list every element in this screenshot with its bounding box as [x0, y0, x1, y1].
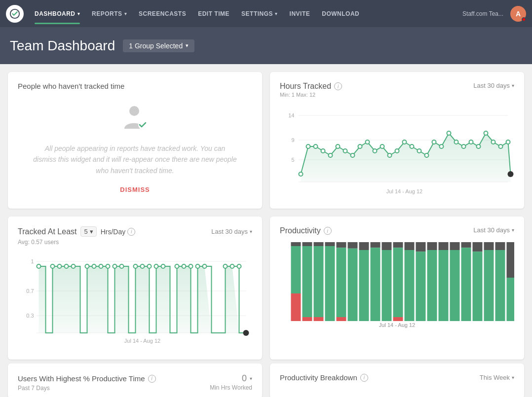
svg-text:Jul 14 - Aug 12: Jul 14 - Aug 12: [124, 338, 160, 344]
sub-label: Past 7 Days: [18, 385, 50, 392]
svg-point-58: [106, 264, 110, 268]
widget-title: Productivity: [280, 226, 321, 235]
svg-rect-86: [325, 246, 335, 321]
svg-point-21: [373, 149, 377, 153]
svg-rect-109: [416, 242, 426, 252]
svg-rect-128: [484, 250, 494, 321]
dismiss-button[interactable]: DISMISS: [120, 186, 150, 193]
svg-point-64: [154, 264, 158, 268]
svg-point-63: [148, 264, 152, 268]
group-selector[interactable]: 1 Group Selected ▾: [123, 39, 194, 52]
svg-rect-94: [359, 242, 369, 250]
svg-rect-127: [484, 242, 494, 250]
svg-point-56: [92, 264, 96, 268]
svg-rect-107: [405, 250, 415, 321]
widget-header: Tracked At Least 5 ▾ Hrs/Day i Last 30 d…: [18, 226, 252, 237]
svg-point-67: [182, 264, 186, 268]
svg-rect-84: [314, 317, 324, 321]
svg-rect-76: [291, 242, 301, 246]
svg-rect-106: [405, 242, 415, 250]
svg-point-61: [134, 264, 138, 268]
svg-rect-81: [303, 317, 312, 321]
svg-point-24: [395, 149, 399, 153]
nav-invite[interactable]: INVITE: [285, 7, 315, 20]
svg-point-13: [314, 144, 318, 148]
svg-point-20: [366, 140, 370, 144]
nav-download[interactable]: DOWNLOAD: [317, 7, 364, 20]
svg-point-71: [224, 264, 228, 268]
date-range-selector[interactable]: This Week ▾: [480, 374, 514, 381]
svg-point-17: [343, 149, 347, 153]
svg-rect-89: [337, 248, 346, 317]
svg-rect-130: [495, 242, 505, 250]
svg-rect-90: [337, 317, 346, 321]
tracked-at-least-widget: Tracked At Least 5 ▾ Hrs/Day i Last 30 d…: [8, 217, 262, 360]
svg-rect-131: [495, 250, 505, 321]
chevron-down-icon[interactable]: ▾: [250, 376, 252, 381]
info-icon[interactable]: i: [127, 228, 135, 236]
svg-point-25: [403, 140, 407, 144]
org-name: Staff.com Tea...: [462, 10, 503, 17]
date-range-selector[interactable]: Last 30 days ▾: [473, 82, 514, 89]
svg-rect-125: [473, 252, 483, 321]
nav-dashboard[interactable]: DASHBOARD ▾: [30, 7, 85, 20]
svg-point-28: [425, 153, 429, 157]
productivity-chart: Jul 14 - Aug 12 Jul 14 - Aug 12: [280, 237, 514, 328]
svg-point-54: [72, 264, 76, 268]
svg-point-35: [477, 144, 481, 148]
page-title: Team Dashboard: [10, 38, 115, 54]
svg-point-32: [455, 140, 458, 144]
svg-rect-92: [348, 249, 358, 321]
widget-header: Productivity i Last 30 days ▾: [280, 226, 514, 235]
svg-point-31: [447, 131, 451, 135]
count-badge: 0: [242, 373, 247, 384]
threshold-selector[interactable]: 5 ▾: [80, 226, 96, 237]
widget-title: People who haven't tracked time: [18, 82, 252, 90]
chevron-down-icon: ▾: [512, 83, 514, 88]
info-icon[interactable]: i: [334, 82, 342, 90]
svg-point-18: [351, 153, 355, 157]
svg-point-23: [388, 153, 392, 157]
svg-point-50: [37, 264, 41, 268]
svg-point-59: [113, 264, 117, 268]
widget-title: Users With Highest % Productive Time: [18, 374, 145, 383]
svg-rect-91: [348, 242, 358, 249]
svg-rect-113: [427, 250, 437, 321]
date-range-selector[interactable]: Last 30 days ▾: [473, 226, 514, 234]
svg-rect-103: [393, 242, 403, 248]
svg-rect-80: [303, 246, 312, 317]
svg-point-22: [380, 144, 384, 148]
svg-point-19: [358, 144, 362, 148]
nav-settings[interactable]: SETTINGS ▾: [236, 7, 283, 20]
chevron-down-icon: ▾: [512, 227, 514, 233]
productivity-breakdown-widget: Productivity Breakdown i This Week ▾: [270, 363, 524, 397]
info-icon[interactable]: i: [148, 375, 156, 383]
svg-rect-82: [314, 242, 324, 246]
svg-point-60: [120, 264, 124, 268]
svg-rect-77: [291, 246, 301, 293]
date-range-selector[interactable]: Last 30 days ▾: [211, 228, 252, 235]
info-icon[interactable]: i: [360, 374, 368, 382]
hours-chart: 14 9 5: [280, 106, 514, 197]
nav-screencasts[interactable]: SCREENCASTS: [134, 7, 191, 20]
svg-rect-119: [450, 250, 460, 321]
svg-rect-100: [382, 242, 392, 250]
empty-message: All people appearing in reports have tra…: [33, 143, 237, 176]
svg-point-62: [141, 264, 145, 268]
avatar[interactable]: A: [510, 6, 526, 22]
svg-point-40: [508, 171, 514, 177]
nav-edit-time[interactable]: EDIT TIME: [193, 7, 234, 20]
nav-reports[interactable]: REPORTS ▾: [87, 7, 132, 20]
person-check-icon: [120, 104, 150, 137]
svg-point-12: [306, 144, 310, 148]
svg-point-11: [299, 172, 303, 176]
svg-marker-49: [39, 266, 246, 333]
svg-point-65: [161, 264, 165, 268]
chart-subtitle: Min: 1 Max: 12: [280, 92, 342, 98]
info-icon[interactable]: i: [324, 227, 332, 235]
svg-rect-124: [473, 242, 483, 252]
svg-point-69: [196, 264, 200, 268]
logo[interactable]: [6, 5, 24, 23]
svg-point-39: [506, 140, 510, 144]
bottom-row: Users With Highest % Productive Time i 0…: [0, 363, 532, 397]
